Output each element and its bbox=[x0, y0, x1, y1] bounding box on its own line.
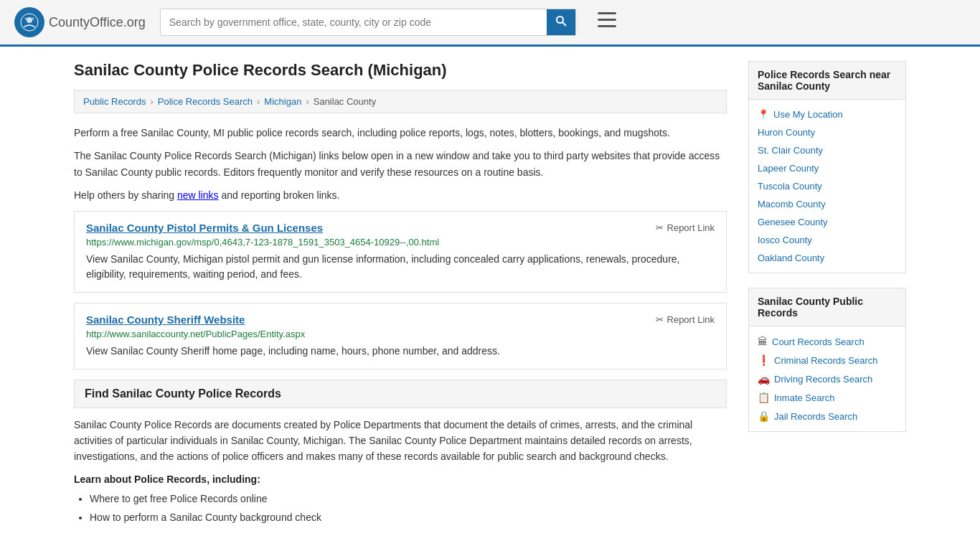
resource-header-2: Sanilac County Sheriff Website ✂ Report … bbox=[86, 314, 715, 326]
intro-paragraph-3: Help others by sharing new links and rep… bbox=[74, 187, 727, 203]
court-icon: 🏛 bbox=[758, 336, 768, 347]
svg-point-4 bbox=[557, 17, 563, 23]
svg-rect-7 bbox=[598, 19, 616, 21]
sidebar-link-genesee[interactable]: Genesee County bbox=[758, 213, 897, 231]
intro-paragraph-1: Perform a free Sanilac County, MI public… bbox=[74, 125, 727, 141]
sidebar-link-iosco[interactable]: Iosco County bbox=[758, 231, 897, 249]
court-records-link[interactable]: 🏛 Court Records Search bbox=[758, 332, 897, 351]
inmate-search-label: Inmate Search bbox=[774, 392, 835, 403]
jail-records-label: Jail Records Search bbox=[774, 411, 857, 422]
learn-list: Where to get free Police Records online … bbox=[74, 491, 727, 526]
report-icon-1: ✂ bbox=[656, 222, 664, 233]
site-header: CountyOffice.org bbox=[0, 0, 980, 47]
jail-records-link[interactable]: 🔒 Jail Records Search bbox=[758, 407, 897, 425]
resource-url-1[interactable]: https://www.michigan.gov/msp/0,4643,7-12… bbox=[86, 237, 715, 248]
breadcrumb-public-records[interactable]: Public Records bbox=[83, 96, 146, 107]
resource-url-2[interactable]: http://www.sanilaccounty.net/PublicPages… bbox=[86, 329, 715, 339]
report-link-btn-1[interactable]: ✂ Report Link bbox=[656, 222, 715, 233]
learn-item-2: How to perform a Sanilac County backgrou… bbox=[90, 509, 727, 525]
resource-item-1: Sanilac County Pistol Permits & Gun Lice… bbox=[74, 211, 727, 293]
breadcrumb-sep-3: › bbox=[306, 96, 308, 107]
new-links-link[interactable]: new links bbox=[177, 189, 219, 201]
find-section-header: Find Sanilac County Police Records bbox=[74, 380, 727, 408]
logo-text: CountyOffice.org bbox=[49, 15, 146, 30]
svg-point-2 bbox=[25, 18, 27, 20]
inmate-icon: 📋 bbox=[758, 392, 770, 403]
main-container: Sanilac County Police Records Search (Mi… bbox=[60, 47, 920, 543]
logo-name: CountyOffice bbox=[49, 15, 123, 29]
svg-line-5 bbox=[562, 22, 566, 26]
breadcrumb-current: Sanilac County bbox=[314, 96, 376, 107]
nearby-box-content: 📍 Use My Location Huron County St. Clair… bbox=[748, 100, 906, 273]
resource-header-1: Sanilac County Pistol Permits & Gun Lice… bbox=[86, 222, 715, 234]
sidebar-link-lapeer[interactable]: Lapeer County bbox=[758, 159, 897, 177]
sidebar-link-huron[interactable]: Huron County bbox=[758, 123, 897, 141]
resource-title-1[interactable]: Sanilac County Pistol Permits & Gun Lice… bbox=[86, 222, 323, 234]
sidebar-link-macomb[interactable]: Macomb County bbox=[758, 195, 897, 213]
public-records-box-content: 🏛 Court Records Search ❗ Criminal Record… bbox=[748, 326, 906, 432]
search-button[interactable] bbox=[547, 9, 575, 35]
logo-icon bbox=[14, 7, 44, 37]
page-title: Sanilac County Police Records Search (Mi… bbox=[74, 61, 727, 80]
svg-rect-6 bbox=[598, 12, 616, 14]
driving-records-label: Driving Records Search bbox=[774, 374, 872, 385]
driving-records-link[interactable]: 🚗 Driving Records Search bbox=[758, 369, 897, 388]
resource-item-2: Sanilac County Sheriff Website ✂ Report … bbox=[74, 303, 727, 369]
search-input[interactable] bbox=[161, 11, 547, 34]
criminal-records-label: Criminal Records Search bbox=[774, 355, 878, 366]
report-label-1: Report Link bbox=[667, 222, 715, 233]
resource-desc-1: View Sanilac County, Michigan pistol per… bbox=[86, 252, 715, 282]
criminal-icon: ❗ bbox=[758, 354, 770, 366]
criminal-records-link[interactable]: ❗ Criminal Records Search bbox=[758, 351, 897, 369]
report-label-2: Report Link bbox=[667, 314, 715, 325]
intro-paragraph-2: The Sanilac County Police Records Search… bbox=[74, 148, 727, 180]
sidebar-link-stclair[interactable]: St. Clair County bbox=[758, 141, 897, 159]
site-logo[interactable]: CountyOffice.org bbox=[14, 7, 146, 37]
inmate-search-link[interactable]: 📋 Inmate Search bbox=[758, 388, 897, 407]
driving-icon: 🚗 bbox=[758, 373, 770, 385]
intro3-suffix: and reporting broken links. bbox=[219, 189, 340, 201]
sidebar-link-oakland[interactable]: Oakland County bbox=[758, 249, 897, 267]
breadcrumb-police-records-search[interactable]: Police Records Search bbox=[158, 96, 253, 107]
nearby-box: Police Records Search near Sanilac Count… bbox=[748, 61, 906, 273]
find-section-text: Sanilac County Police Records are docume… bbox=[74, 417, 727, 465]
svg-rect-8 bbox=[598, 25, 616, 27]
learn-item-1: Where to get free Police Records online bbox=[90, 491, 727, 507]
report-icon-2: ✂ bbox=[656, 314, 664, 325]
intro3-prefix: Help others by sharing bbox=[74, 189, 177, 201]
svg-point-3 bbox=[32, 18, 34, 20]
breadcrumb-sep-1: › bbox=[150, 96, 153, 107]
court-records-label: Court Records Search bbox=[772, 336, 864, 347]
breadcrumb-michigan[interactable]: Michigan bbox=[264, 96, 301, 107]
sidebar-link-tuscola[interactable]: Tuscola County bbox=[758, 177, 897, 195]
report-link-btn-2[interactable]: ✂ Report Link bbox=[656, 314, 715, 325]
hamburger-menu[interactable] bbox=[598, 12, 616, 32]
resource-title-2[interactable]: Sanilac County Sheriff Website bbox=[86, 314, 245, 326]
location-icon: 📍 bbox=[758, 109, 769, 120]
jail-icon: 🔒 bbox=[758, 410, 770, 422]
logo-suffix: .org bbox=[123, 15, 146, 29]
content-area: Sanilac County Police Records Search (Mi… bbox=[74, 61, 727, 529]
search-bar bbox=[160, 9, 576, 36]
use-my-location-link[interactable]: 📍 Use My Location bbox=[758, 105, 897, 123]
nearby-box-header: Police Records Search near Sanilac Count… bbox=[748, 61, 906, 100]
public-records-box: Sanilac County Public Records 🏛 Court Re… bbox=[748, 288, 906, 432]
resource-desc-2: View Sanilac County Sheriff home page, i… bbox=[86, 344, 715, 359]
public-records-box-header: Sanilac County Public Records bbox=[748, 288, 906, 326]
breadcrumb: Public Records › Police Records Search ›… bbox=[74, 90, 727, 113]
use-location-label: Use My Location bbox=[773, 109, 843, 120]
sidebar: Police Records Search near Sanilac Count… bbox=[748, 61, 906, 529]
breadcrumb-sep-2: › bbox=[257, 96, 260, 107]
svg-point-1 bbox=[27, 17, 32, 23]
learn-heading: Learn about Police Records, including: bbox=[74, 474, 727, 485]
